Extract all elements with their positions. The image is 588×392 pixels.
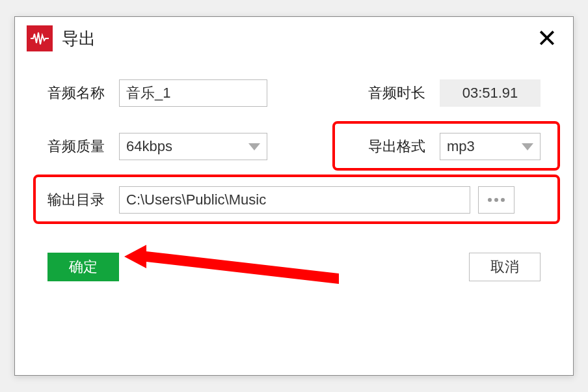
app-icon	[27, 25, 53, 51]
output-path-input[interactable]	[119, 186, 470, 214]
svg-marker-1	[522, 143, 533, 150]
export-dialog: 导出 ✕ 音频名称 音频时长 03:51.91 音频质量 64kbps 导出格式…	[14, 16, 574, 376]
titlebar: 导出 ✕	[15, 17, 573, 60]
row-name-duration: 音频名称 音频时长 03:51.91	[47, 79, 541, 107]
dialog-title: 导出	[62, 27, 533, 50]
cancel-button[interactable]: 取消	[469, 253, 541, 281]
chevron-down-icon	[522, 138, 533, 155]
close-button[interactable]: ✕	[533, 26, 561, 51]
audio-name-label: 音频名称	[47, 83, 119, 103]
ellipsis-icon	[494, 198, 498, 202]
ellipsis-icon	[501, 198, 505, 202]
quality-value: 64kbps	[126, 138, 172, 155]
audio-name-input[interactable]	[119, 79, 267, 107]
ok-button[interactable]: 确定	[47, 253, 119, 281]
chevron-down-icon	[248, 138, 260, 155]
duration-value: 03:51.91	[440, 79, 541, 107]
dialog-footer: 确定 取消	[15, 240, 573, 281]
dialog-content: 音频名称 音频时长 03:51.91 音频质量 64kbps 导出格式 mp3	[15, 60, 573, 214]
row-output: 输出目录	[47, 186, 541, 214]
arrow-annotation	[124, 241, 345, 287]
row-quality-format: 音频质量 64kbps 导出格式 mp3	[47, 133, 541, 160]
output-label: 输出目录	[47, 190, 119, 210]
duration-label: 音频时长	[368, 83, 440, 103]
browse-button[interactable]	[478, 186, 514, 214]
ellipsis-icon	[488, 198, 492, 202]
quality-select[interactable]: 64kbps	[119, 133, 267, 160]
format-label: 导出格式	[368, 137, 440, 156]
quality-label: 音频质量	[47, 137, 119, 156]
format-select[interactable]: mp3	[440, 133, 541, 160]
svg-marker-0	[248, 143, 260, 150]
format-value: mp3	[447, 138, 475, 155]
svg-marker-2	[124, 245, 339, 284]
